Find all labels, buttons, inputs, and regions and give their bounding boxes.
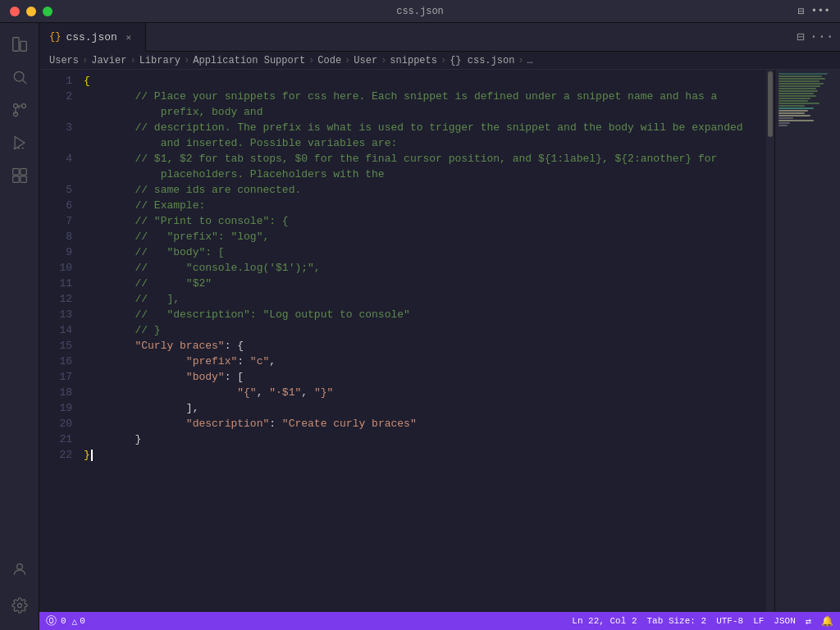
minimap xyxy=(774,70,840,612)
status-bar-right: Ln 22, Col 2 Tab Size: 2 UTF-8 LF JSON ⇄… xyxy=(572,615,833,628)
svg-rect-9 xyxy=(12,169,19,176)
sync-icon[interactable]: ⇄ xyxy=(806,615,811,628)
code-content[interactable]: { // Place your snippets for css here. E… xyxy=(80,70,840,612)
code-line-10: // "console.log('$1');", xyxy=(80,260,766,276)
code-line-3: // description. The prefix is what is us… xyxy=(80,120,766,135)
language-mode[interactable]: JSON xyxy=(774,616,795,626)
code-line-16: "prefix": "c", xyxy=(80,354,766,369)
tab-bar-actions: ⊟ ··· xyxy=(797,29,840,45)
breadcrumb-library[interactable]: Library xyxy=(139,55,180,66)
tab-close-button[interactable]: ✕ xyxy=(122,30,135,43)
remote-icon: ⓪ xyxy=(46,614,57,628)
code-line-12: // ], xyxy=(80,291,766,307)
code-editor[interactable]: 1 2 3 4 5 6 7 8 9 10 11 12 13 14 15 16 1… xyxy=(39,70,840,612)
breadcrumb-user[interactable]: User xyxy=(354,55,377,66)
code-line-14: // } xyxy=(80,322,766,338)
minimap-content xyxy=(775,70,840,130)
editor-area: {} css.json ✕ ⊟ ··· Users › Javier › Lib… xyxy=(39,23,840,630)
svg-rect-10 xyxy=(20,169,26,176)
encoding[interactable]: UTF-8 xyxy=(716,616,743,626)
scrollbar-thumb[interactable] xyxy=(768,71,773,137)
search-icon[interactable] xyxy=(5,62,34,92)
warnings-icon: △ xyxy=(72,616,78,627)
notifications-bell-icon[interactable]: 🔔 xyxy=(821,615,833,628)
svg-rect-11 xyxy=(12,176,19,183)
svg-point-2 xyxy=(14,71,24,81)
settings-icon[interactable] xyxy=(5,591,34,620)
code-line-11: // "$2" xyxy=(80,276,766,291)
svg-rect-12 xyxy=(20,176,26,183)
code-line-21: } xyxy=(80,431,766,447)
svg-rect-0 xyxy=(12,38,18,52)
code-line-22: } xyxy=(80,447,766,463)
run-debug-icon[interactable] xyxy=(5,128,34,158)
more-tab-actions-icon[interactable]: ··· xyxy=(810,29,833,45)
breadcrumb-css-json[interactable]: {} css.json xyxy=(450,55,514,66)
code-line-20: "description": "Create curly braces" xyxy=(80,416,766,431)
warnings-count: 0 xyxy=(80,616,85,626)
vertical-scrollbar[interactable] xyxy=(766,70,774,612)
activity-bar xyxy=(0,23,39,630)
more-actions-icon[interactable]: ••• xyxy=(811,5,830,17)
breadcrumb-code[interactable]: Code xyxy=(317,55,341,66)
code-line-15: "Curly braces": { xyxy=(80,338,766,354)
maximize-button[interactable] xyxy=(43,7,52,16)
svg-point-5 xyxy=(21,104,25,108)
breadcrumb-more[interactable]: … xyxy=(527,55,533,66)
breadcrumb-users[interactable]: Users xyxy=(49,55,79,66)
titlebar-actions: ⊟ ••• xyxy=(798,5,830,18)
window-controls xyxy=(10,7,52,16)
code-line-4: // $1, $2 for tab stops, $0 for the fina… xyxy=(80,151,766,167)
errors-count: 0 xyxy=(61,616,66,626)
code-line-2: // Place your snippets for css here. Eac… xyxy=(80,89,766,104)
source-control-icon[interactable] xyxy=(5,95,34,125)
svg-point-4 xyxy=(13,104,17,108)
minimize-button[interactable] xyxy=(26,7,36,16)
breadcrumb: Users › Javier › Library › Application S… xyxy=(39,52,840,70)
json-file-icon: {} xyxy=(49,31,61,43)
tab-label: css.json xyxy=(66,31,116,43)
code-line-17: "body": [ xyxy=(80,369,766,385)
code-line-2-wrap: prefix, body and xyxy=(80,104,766,120)
svg-point-14 xyxy=(17,604,21,608)
breadcrumb-snippets[interactable]: snippets xyxy=(390,55,437,66)
svg-rect-1 xyxy=(20,41,25,51)
status-bar: ⓪ 0 △ 0 Ln 22, Col 2 Tab Size: 2 UTF-8 L… xyxy=(39,612,840,630)
main-container: {} css.json ✕ ⊟ ··· Users › Javier › Lib… xyxy=(0,23,840,630)
breadcrumb-javier[interactable]: Javier xyxy=(91,55,126,66)
code-line-13: // "description": "Log output to console… xyxy=(80,307,766,322)
code-line-4-wrap: placeholders. Placeholders with the xyxy=(80,167,766,182)
code-line-18: "{", "·$1", "}" xyxy=(80,385,766,400)
tab-bar: {} css.json ✕ ⊟ ··· xyxy=(39,23,840,52)
tab-size[interactable]: Tab Size: 2 xyxy=(647,616,707,626)
svg-line-3 xyxy=(22,80,26,84)
code-line-6: // Example: xyxy=(80,198,766,213)
code-line-8: // "prefix": "log", xyxy=(80,229,766,244)
account-icon[interactable] xyxy=(5,555,34,584)
svg-marker-7 xyxy=(15,137,25,149)
cursor-position[interactable]: Ln 22, Col 2 xyxy=(572,616,637,626)
breadcrumb-application-support[interactable]: Application Support xyxy=(193,55,305,66)
activity-bar-bottom xyxy=(5,555,34,623)
line-numbers: 1 2 3 4 5 6 7 8 9 10 11 12 13 14 15 16 1… xyxy=(39,70,80,612)
svg-point-13 xyxy=(16,564,22,569)
code-line-9: // "body": [ xyxy=(80,244,766,260)
tab-css-json[interactable]: {} css.json ✕ xyxy=(39,23,146,52)
split-editor-icon[interactable]: ⊟ xyxy=(798,5,805,18)
titlebar: css.json ⊟ ••• xyxy=(0,0,840,23)
close-button[interactable] xyxy=(10,7,20,16)
code-line-5: // same ids are connected. xyxy=(80,182,766,198)
remote-indicator[interactable]: ⓪ 0 △ 0 xyxy=(46,614,85,628)
split-editor-tab-icon[interactable]: ⊟ xyxy=(797,29,805,45)
code-line-1: { xyxy=(80,73,766,89)
window-title: css.json xyxy=(396,6,444,17)
code-line-7: // "Print to console": { xyxy=(80,213,766,229)
extensions-icon[interactable] xyxy=(5,161,34,190)
explorer-icon[interactable] xyxy=(5,30,34,59)
code-line-19: ], xyxy=(80,400,766,416)
line-ending[interactable]: LF xyxy=(753,616,764,626)
code-line-3-wrap: and inserted. Possible variables are: xyxy=(80,135,766,151)
status-bar-left: ⓪ 0 △ 0 xyxy=(46,614,85,628)
